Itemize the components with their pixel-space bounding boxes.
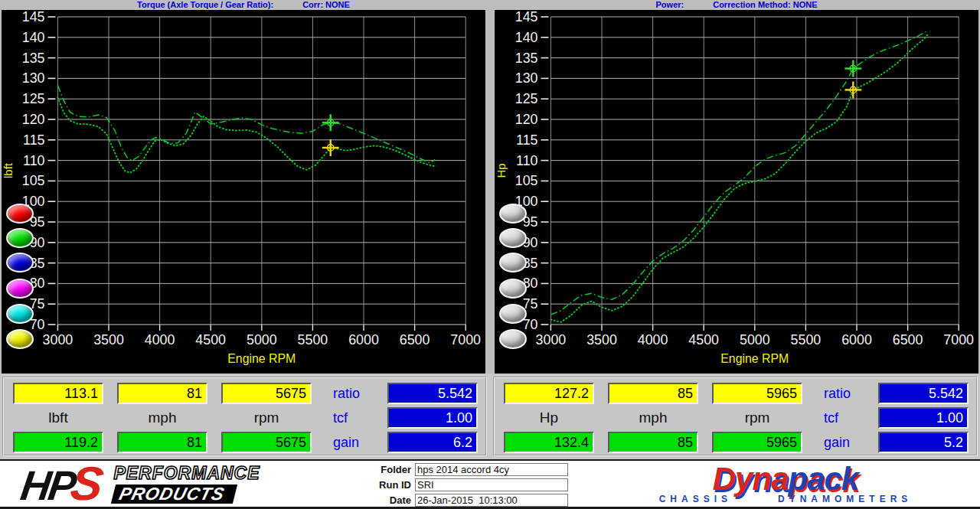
date-input[interactable] <box>415 494 568 507</box>
svg-text:145: 145 <box>515 10 538 24</box>
hps-products-text: PRODUCTS <box>111 485 237 504</box>
dynapack-subtitle: CHASSIS DYNAMOMETERS <box>591 494 980 504</box>
folder-input[interactable] <box>415 463 568 476</box>
run-id-input[interactable] <box>415 478 568 491</box>
run-slot-button[interactable] <box>499 204 527 224</box>
torque-plot-area[interactable]: 3000350040004500500055006000650070007075… <box>2 10 485 374</box>
svg-text:6500: 6500 <box>893 332 923 347</box>
date-label: Date <box>368 494 415 506</box>
svg-text:Hp: Hp <box>495 163 508 178</box>
svg-text:120: 120 <box>515 112 538 127</box>
svg-text:125: 125 <box>22 91 45 106</box>
svg-text:5000: 5000 <box>247 332 277 347</box>
torque-correction-text: Corr: NONE <box>302 0 350 9</box>
chart-section: Torque (Axle Torque / Gear Ratio):Corr: … <box>0 0 980 374</box>
run-slot-button[interactable] <box>499 329 527 349</box>
svg-text:3500: 3500 <box>93 332 124 347</box>
svg-text:4500: 4500 <box>195 332 226 347</box>
gain-value: 6.2 <box>387 432 478 453</box>
svg-text:140: 140 <box>22 30 45 45</box>
svg-text:135: 135 <box>22 51 45 66</box>
svg-text:110: 110 <box>23 153 44 168</box>
dynapack-word-pack: pack <box>788 461 858 497</box>
tcf-value: 1.00 <box>878 407 969 429</box>
ratio-label: ratio <box>816 386 864 402</box>
ratio-value: 5.542 <box>387 383 478 404</box>
rpm-unit-label: rpm <box>712 409 802 426</box>
svg-text:70: 70 <box>523 317 538 332</box>
current-rpm-value: 5965 <box>712 432 802 453</box>
plot-color-button[interactable] <box>6 304 34 324</box>
svg-text:5500: 5500 <box>791 332 822 347</box>
dynapack-word-dyna: Dyna <box>713 461 789 497</box>
torque-chart-svg[interactable]: 3000350040004500500055006000650070007075… <box>2 10 485 374</box>
svg-text:4000: 4000 <box>638 332 668 347</box>
svg-text:130: 130 <box>22 70 45 86</box>
folder-label: Folder <box>368 464 415 475</box>
svg-text:105: 105 <box>515 173 538 188</box>
torque-chart-title: Torque (Axle Torque / Gear Ratio):Corr: … <box>2 0 485 10</box>
svg-text:105: 105 <box>22 173 45 188</box>
run-slot-button[interactable] <box>499 304 527 324</box>
svg-text:4500: 4500 <box>688 332 719 347</box>
run-info-fields: Folder Run ID Date <box>368 460 591 507</box>
svg-text:6000: 6000 <box>841 332 872 347</box>
power-title-text: Power: <box>656 0 684 9</box>
svg-text:115: 115 <box>23 132 44 148</box>
reference-speed-value: 81 <box>117 383 207 404</box>
svg-text:6500: 6500 <box>400 332 430 347</box>
speed-unit-label: mph <box>117 409 207 426</box>
tcf-label: tcf <box>325 410 374 426</box>
svg-text:5500: 5500 <box>298 332 328 347</box>
reference-rpm-value: 5965 <box>712 383 802 404</box>
dynapack-logo: Dynapack CHASSIS DYNAMOMETERS <box>591 463 980 505</box>
tcf-value: 1.00 <box>387 407 478 429</box>
torque-unit-label: lbft <box>13 409 103 426</box>
reference-power-value: 127.2 <box>504 383 594 404</box>
power-correction-text: Correction Method: NONE <box>713 0 817 9</box>
svg-text:5000: 5000 <box>740 332 770 347</box>
plot-color-button[interactable] <box>6 253 34 272</box>
plot-color-button[interactable] <box>6 279 34 299</box>
torque-chart-panel: Torque (Axle Torque / Gear Ratio):Corr: … <box>2 0 485 374</box>
speed-unit-label: mph <box>608 409 698 426</box>
hps-logo-letters: HPS <box>18 461 106 507</box>
plot-color-button[interactable] <box>6 228 34 248</box>
svg-text:3000: 3000 <box>536 332 567 347</box>
run-slot-button[interactable] <box>499 279 527 299</box>
power-plot-area[interactable]: 3000350040004500500055006000650070007075… <box>495 10 978 374</box>
current-torque-value: 119.2 <box>13 432 103 453</box>
hps-logo-s: S <box>67 461 106 507</box>
dynapack-dynamometers-text: DYNAMOMETERS <box>778 494 912 504</box>
svg-text:115: 115 <box>516 132 537 148</box>
plot-color-button[interactable] <box>6 329 34 349</box>
ratio-value: 5.542 <box>878 383 969 404</box>
gain-value: 5.2 <box>878 432 969 453</box>
run-id-label: Run ID <box>368 479 415 491</box>
current-rpm-value: 5675 <box>221 432 312 453</box>
svg-text:70: 70 <box>30 317 45 332</box>
rpm-unit-label: rpm <box>221 409 312 426</box>
run-slot-button[interactable] <box>499 253 527 272</box>
gain-label: gain <box>325 435 374 451</box>
reference-speed-value: 85 <box>608 383 698 404</box>
date-field-row: Date <box>368 492 591 507</box>
current-power-value: 132.4 <box>504 432 594 453</box>
svg-text:130: 130 <box>515 70 538 86</box>
svg-text:3000: 3000 <box>43 332 74 347</box>
svg-text:135: 135 <box>515 51 538 66</box>
svg-text:4000: 4000 <box>145 332 175 347</box>
run-id-field-row: Run ID <box>368 477 591 492</box>
svg-text:145: 145 <box>22 10 45 24</box>
tcf-label: tcf <box>816 410 864 426</box>
run-slot-button[interactable] <box>499 228 527 248</box>
power-chart-svg[interactable]: 3000350040004500500055006000650070007075… <box>495 10 978 374</box>
svg-text:7000: 7000 <box>943 332 974 347</box>
footer: HPS PERFORMANCE PRODUCTS Folder Run ID D… <box>0 459 980 509</box>
svg-text:6000: 6000 <box>348 332 379 347</box>
ratio-label: ratio <box>325 386 374 402</box>
power-chart-panel: Power:Correction Method: NONE 3000350040… <box>495 0 978 374</box>
plot-color-button[interactable] <box>6 204 34 224</box>
svg-text:125: 125 <box>515 91 538 106</box>
torque-title-text: Torque (Axle Torque / Gear Ratio): <box>137 0 273 9</box>
